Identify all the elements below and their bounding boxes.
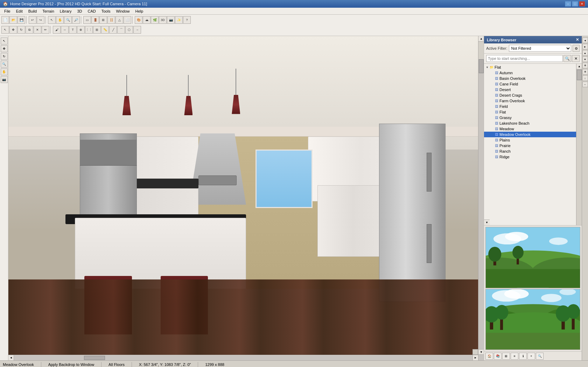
tb2-copy[interactable]: ⧉ [26, 26, 33, 34]
left-camera[interactable]: 📷 [1, 76, 8, 83]
menu-help[interactable]: Help [133, 8, 146, 14]
scroll-up-arrow[interactable]: ▲ [478, 36, 484, 42]
tb-redo[interactable]: ↪ [37, 16, 44, 24]
tb-open[interactable]: 📂 [9, 16, 17, 24]
lib-btn-details[interactable]: ℹ [519, 353, 527, 360]
preview-image-2[interactable] [485, 289, 580, 350]
tb-room[interactable]: ⬜ [124, 16, 131, 24]
scroll-down-arrow[interactable]: ▼ [478, 349, 484, 355]
menu-tools[interactable]: Tools [99, 8, 113, 14]
lib-btn-grid[interactable]: ⊞ [502, 353, 510, 360]
tb-door[interactable]: 🚪 [91, 16, 99, 24]
scroll-right-arrow[interactable]: ► [472, 355, 478, 361]
tb-material[interactable]: 🎨 [135, 16, 142, 24]
tb-roof[interactable]: △ [115, 16, 123, 24]
tb-save[interactable]: 💾 [18, 16, 25, 24]
left-zoom[interactable]: 🔍 [1, 61, 8, 68]
menu-build[interactable]: Build [26, 8, 40, 14]
tb2-poly[interactable]: ⬡ [125, 26, 133, 34]
tree-item-meadow[interactable]: 🖼 Meadow [484, 126, 576, 132]
tree-item-basin-overlook[interactable]: 🖼 Basin Overlook [484, 76, 576, 81]
search-input[interactable] [486, 55, 563, 62]
left-rotate[interactable]: ↻ [1, 53, 8, 60]
left-move[interactable]: ✥ [1, 45, 8, 52]
tb2-dimension[interactable]: ↔ [61, 26, 69, 34]
tb2-delete[interactable]: ✕ [34, 26, 41, 34]
menu-edit[interactable]: Edit [13, 8, 26, 14]
lib-btn-catalog[interactable]: 📚 [494, 353, 502, 360]
edge-btn-4[interactable]: ▼ [582, 56, 588, 62]
tb2-paint[interactable]: 🖌 [53, 26, 61, 34]
tree-item-farm-overlook[interactable]: 🖼 Farm Overlook [484, 98, 576, 104]
tb-undo[interactable]: ↩ [29, 16, 36, 24]
menu-library[interactable]: Library [57, 8, 75, 14]
tb2-line[interactable]: ╱ [109, 26, 117, 34]
tb-3d[interactable]: 3D [159, 16, 167, 24]
viewport-scrollbar-h[interactable]: ◄ ► [8, 355, 478, 360]
tb2-ortho[interactable]: ⊞ [93, 26, 101, 34]
tb-plant[interactable]: 🌿 [151, 16, 159, 24]
edge-btn-3[interactable]: ▲ [582, 50, 588, 56]
edge-btn-5[interactable]: ⊕ [582, 63, 588, 68]
tree-item-desert-crags[interactable]: 🖼 Desert Crags [484, 92, 576, 98]
tb-render[interactable]: ✨ [175, 16, 183, 24]
tree-item-ridge[interactable]: 🖼 Ridge [484, 154, 576, 160]
tb-zoom-in[interactable]: 🔍 [64, 16, 72, 24]
search-clear-button[interactable]: ✕ [572, 55, 580, 62]
tb-window[interactable]: ⊞ [99, 16, 107, 24]
tree-scroll-down[interactable]: ▼ [484, 220, 490, 225]
filter-settings-btn[interactable]: ⚙ [573, 45, 580, 52]
tree-item-desert[interactable]: 🖼 Desert [484, 87, 576, 92]
tree-item-grassy[interactable]: 🖼 Grassy [484, 115, 576, 120]
tree-item-flat[interactable]: 🖼 Flat [484, 109, 576, 115]
minimize-button[interactable]: – [565, 1, 571, 7]
edge-btn-1[interactable]: ◄ [582, 37, 588, 43]
preview-image-1[interactable] [485, 227, 580, 288]
tb-pan[interactable]: ✋ [56, 16, 64, 24]
left-pan[interactable]: ✋ [1, 68, 8, 75]
tree-item-autumn[interactable]: 🖼 Autumn [484, 70, 576, 76]
tb2-rotate[interactable]: ↻ [18, 26, 25, 34]
search-button[interactable]: 🔍 [564, 55, 571, 62]
tb-help-icon[interactable]: ? [183, 16, 191, 24]
lib-btn-home[interactable]: 🏠 [485, 353, 493, 360]
tb-zoom-out[interactable]: 🔎 [72, 16, 80, 24]
menu-file[interactable]: File [1, 8, 13, 14]
menu-terrain[interactable]: Terrain [40, 8, 57, 14]
tb-new[interactable]: 📄 [1, 16, 9, 24]
tb2-edit[interactable]: ✏ [42, 26, 49, 34]
lib-btn-list[interactable]: ≡ [511, 353, 518, 360]
tb2-pointer[interactable]: ↖ [1, 26, 9, 34]
library-close-btn[interactable]: ✕ [576, 37, 579, 42]
tb2-text[interactable]: T [69, 26, 77, 34]
tree-item-lakeshore[interactable]: 🖼 Lakeshore Beach [484, 120, 576, 126]
filter-dropdown[interactable]: Not Filtered Filtered [509, 45, 571, 52]
tree-item-cane-field[interactable]: 🖼 Cane Field [484, 81, 576, 87]
menu-3d[interactable]: 3D [74, 8, 85, 14]
tree-item-meadow-overlook[interactable]: 🖼 Meadow Overlook [484, 132, 576, 137]
tb-stair[interactable]: 🪜 [107, 16, 115, 24]
lib-btn-add[interactable]: + [527, 353, 535, 360]
tb-terrain[interactable]: ⛰ [143, 16, 150, 24]
edge-btn-6[interactable]: ⊗ [582, 69, 588, 75]
edge-btn-7[interactable]: ↕ [582, 75, 588, 81]
tree-root-flat[interactable]: ▼ 📁 Flat [484, 64, 576, 70]
tree-item-ranch[interactable]: 🖼 Ranch [484, 148, 576, 154]
resize-handle[interactable] [472, 349, 478, 355]
tb-camera[interactable]: 📷 [167, 16, 175, 24]
edge-btn-8[interactable]: ↔ [582, 82, 588, 87]
menu-window[interactable]: Window [113, 8, 132, 14]
tb-wall[interactable]: ▭ [83, 16, 91, 24]
tb2-grid[interactable]: ⋮⋮ [85, 26, 93, 34]
tree-scrollbar[interactable]: ▲ ▼ [576, 64, 582, 225]
tree-item-plains[interactable]: 🖼 Plains [484, 137, 576, 143]
tree-scroll-up[interactable]: ▲ [576, 64, 582, 69]
tree-scroll-thumb[interactable] [577, 70, 582, 80]
edge-btn-2[interactable]: ► [582, 44, 588, 49]
menu-cad[interactable]: CAD [85, 8, 98, 14]
left-select[interactable]: ↖ [1, 37, 8, 44]
maximize-button[interactable]: □ [572, 1, 578, 7]
tb2-snap[interactable]: ⊕ [77, 26, 85, 34]
lib-btn-search-adv[interactable]: 🔍 [536, 353, 544, 360]
tb2-measure[interactable]: 📏 [101, 26, 109, 34]
